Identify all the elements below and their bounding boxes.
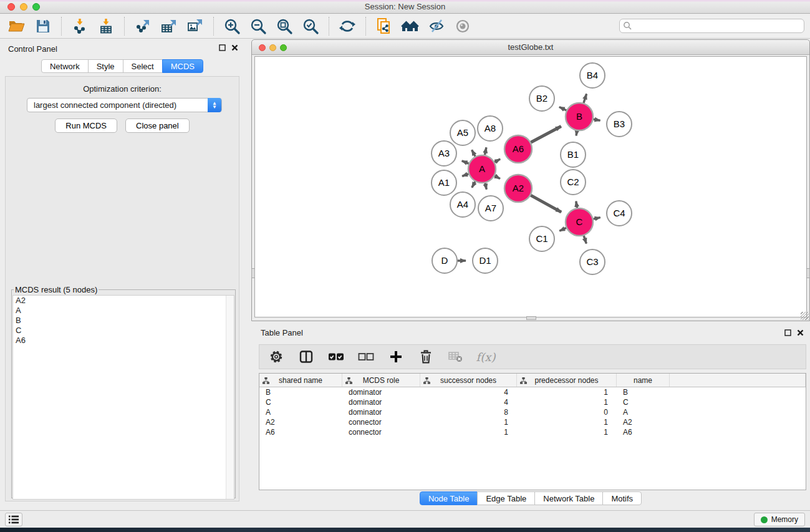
graph-edge[interactable]: [485, 183, 486, 189]
graph-edge[interactable]: [472, 150, 476, 156]
column-header-shared-name[interactable]: shared name: [259, 374, 342, 387]
show-graphics-details-icon[interactable]: [453, 17, 472, 36]
table-cell[interactable]: 1: [420, 427, 517, 437]
search-input[interactable]: [619, 19, 804, 33]
export-image-icon[interactable]: [186, 17, 205, 36]
mcds-result-item[interactable]: A2: [13, 296, 234, 306]
open-file-icon[interactable]: [7, 17, 26, 36]
zoom-selected-icon[interactable]: [301, 17, 320, 36]
graph-node[interactable]: D: [432, 248, 457, 273]
table-cell[interactable]: 1: [517, 417, 617, 427]
select-all-icon[interactable]: [328, 348, 344, 365]
graph-edge[interactable]: [472, 181, 475, 188]
table-cell[interactable]: A6: [259, 427, 342, 437]
graph-edge[interactable]: [559, 107, 566, 110]
zoom-out-icon[interactable]: [249, 17, 268, 36]
table-cell[interactable]: A6: [617, 427, 670, 437]
table-cell[interactable]: A: [259, 407, 342, 417]
tab-node-table[interactable]: Node Table: [420, 491, 478, 505]
show-column-icon[interactable]: [298, 348, 314, 365]
graph-node[interactable]: D1: [473, 248, 498, 273]
network-canvas[interactable]: B4B2BB3A5A8A6B1A3AA1A2C2A4A7CC4C1C3DD1: [254, 56, 807, 317]
zoom-in-icon[interactable]: [223, 17, 241, 36]
column-header-successor-nodes[interactable]: successor nodes: [420, 374, 517, 387]
table-row[interactable]: Bdominator41B: [259, 387, 806, 397]
graph-node[interactable]: A4: [450, 192, 475, 217]
export-table-icon[interactable]: [160, 17, 178, 36]
table-cell[interactable]: A2: [617, 417, 670, 427]
table-cell[interactable]: 1: [517, 427, 617, 437]
graph-edge[interactable]: [531, 195, 561, 212]
float-table-panel-icon[interactable]: [784, 329, 791, 336]
graph-node[interactable]: A: [468, 155, 496, 183]
graph-edge[interactable]: [494, 159, 500, 162]
graph-node[interactable]: A8: [478, 116, 503, 141]
export-network-icon[interactable]: [133, 17, 152, 36]
table-cell[interactable]: dominator: [342, 407, 420, 417]
deselect-all-icon[interactable]: [358, 348, 374, 365]
graph-node[interactable]: B2: [529, 86, 554, 111]
mcds-result-item[interactable]: C: [13, 326, 234, 336]
table-settings-icon[interactable]: [268, 348, 284, 365]
memory-button[interactable]: Memory: [754, 513, 805, 526]
graph-node[interactable]: C2: [561, 170, 586, 195]
graph-edge[interactable]: [584, 236, 586, 244]
zoom-fit-icon[interactable]: [275, 17, 294, 36]
split-handle-left[interactable]: [251, 268, 255, 278]
open-network-document-icon[interactable]: [375, 17, 393, 36]
table-cell[interactable]: dominator: [342, 387, 420, 397]
graph-edge[interactable]: [576, 131, 577, 136]
import-table-icon[interactable]: [97, 17, 115, 36]
table-cell[interactable]: C: [259, 397, 342, 407]
table-cell[interactable]: connector: [342, 417, 420, 427]
table-cell[interactable]: 1: [517, 397, 617, 407]
table-row[interactable]: Adominator80A: [259, 407, 806, 417]
graph-edge[interactable]: [584, 94, 587, 104]
close-panel-button[interactable]: Close panel: [125, 118, 190, 133]
table-cell[interactable]: A2: [259, 417, 342, 427]
table-cell[interactable]: 1: [517, 387, 617, 397]
import-network-icon[interactable]: [70, 17, 89, 36]
column-header-MCDS-role[interactable]: MCDS role: [342, 374, 420, 387]
refresh-layout-icon[interactable]: [338, 17, 357, 36]
graph-edge[interactable]: [462, 174, 468, 177]
graph-edge[interactable]: [559, 228, 566, 231]
tab-mcds[interactable]: MCDS: [162, 59, 203, 73]
mcds-result-list[interactable]: A2ABCA6: [12, 295, 234, 500]
table-cell[interactable]: B: [617, 387, 670, 397]
tab-edge-table[interactable]: Edge Table: [477, 491, 535, 505]
task-history-button[interactable]: [5, 513, 22, 526]
mcds-list-scrollbar[interactable]: [226, 296, 234, 499]
graph-node[interactable]: C3: [580, 249, 605, 274]
network-canvas-svg[interactable]: B4B2BB3A5A8A6B1A3AA1A2C2A4A7CC4C1C3DD1: [255, 57, 806, 317]
graph-edge[interactable]: [485, 147, 486, 155]
table-row[interactable]: A6connector11A6: [259, 427, 806, 437]
table-cell[interactable]: 4: [420, 397, 517, 407]
tab-network[interactable]: Network: [41, 59, 89, 73]
graph-node[interactable]: B: [566, 103, 593, 130]
column-header-predecessor-nodes[interactable]: predecessor nodes: [517, 374, 617, 387]
graph-edge[interactable]: [594, 119, 600, 120]
table-cell[interactable]: 8: [420, 407, 517, 417]
split-handle-bottom[interactable]: [526, 316, 536, 320]
graph-edge[interactable]: [462, 161, 469, 164]
split-handle-right[interactable]: [806, 268, 810, 278]
graph-node[interactable]: B3: [607, 112, 632, 137]
float-panel-icon[interactable]: [219, 44, 226, 51]
tab-motifs[interactable]: Motifs: [602, 491, 642, 505]
table-cell[interactable]: 4: [420, 387, 517, 397]
graph-node[interactable]: A3: [432, 141, 456, 166]
tab-network-table[interactable]: Network Table: [534, 491, 603, 505]
graph-edge[interactable]: [593, 218, 600, 219]
mcds-result-item[interactable]: B: [13, 316, 234, 326]
table-cell[interactable]: B: [259, 387, 342, 397]
table-cell[interactable]: connector: [342, 427, 420, 437]
graph-node[interactable]: A5: [450, 120, 475, 145]
graph-node[interactable]: B1: [561, 142, 586, 167]
run-mcds-button[interactable]: Run MCDS: [55, 118, 117, 133]
table-cell[interactable]: C: [617, 397, 670, 407]
graph-node[interactable]: A6: [504, 135, 532, 163]
tab-select[interactable]: Select: [123, 59, 163, 73]
mcds-result-item[interactable]: A6: [13, 336, 234, 346]
close-table-panel-icon[interactable]: [797, 329, 804, 336]
